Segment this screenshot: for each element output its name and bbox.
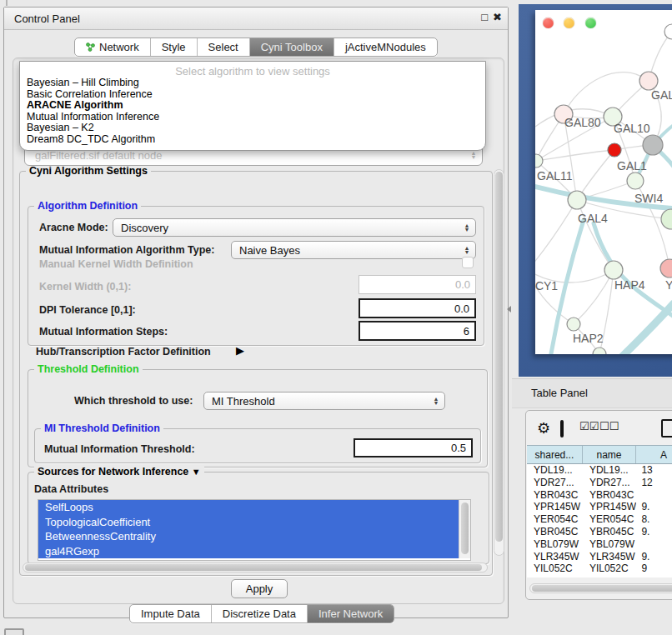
kernel-width-input[interactable]: 0.0: [359, 275, 476, 294]
network-graph[interactable]: GAL7GAL80GAL10GAL1GAL11GAL4SWI4GCY1HAP4Y…: [535, 10, 672, 354]
tab-jactivemnodules[interactable]: jActiveMNodules: [334, 38, 437, 56]
settings-vertical-scrollbar[interactable]: [494, 169, 504, 556]
node-label: GAL10: [614, 122, 650, 135]
float-window-icon[interactable]: □: [481, 11, 488, 23]
network-node-hap2[interactable]: [567, 318, 580, 331]
which-threshold-combobox[interactable]: MI Threshold ▲▼: [203, 392, 445, 410]
tab-style[interactable]: Style: [151, 38, 198, 56]
mi-algorithm-type-label: Mutual Information Algorithm Type:: [39, 244, 214, 256]
network-node[interactable]: [643, 135, 663, 155]
aracne-mode-combobox[interactable]: Discovery ▲▼: [113, 218, 476, 237]
tab-select[interactable]: Select: [198, 38, 250, 56]
table-row[interactable]: YBL079WYBL079W: [527, 538, 672, 551]
settings-gear-icon[interactable]: ⚙: [537, 419, 550, 437]
table-row[interactable]: YPR145WYPR145W9.: [527, 501, 672, 513]
control-panel-window: Control Panel □ ✖ NetworkStyleSelectCyni…: [3, 7, 509, 618]
top-edge-mark: [6, 0, 8, 6]
column-header[interactable]: A: [636, 446, 672, 463]
combo-arrows-icon: ▲▼: [464, 246, 470, 254]
tab-cyni-toolbox[interactable]: Cyni Toolbox: [250, 38, 334, 56]
manual-kernel-width-checkbox[interactable]: [462, 257, 474, 268]
network-node-hap4[interactable]: [604, 261, 623, 279]
sources-title-text: Sources for Network Inference: [38, 466, 188, 478]
table-options-icon[interactable]: [661, 419, 672, 438]
network-view-window[interactable]: GAL7GAL80GAL10GAL1GAL11GAL4SWI4GCY1HAP4Y…: [519, 4, 672, 377]
combo-arrows-icon: ▲▼: [433, 397, 439, 405]
table-row[interactable]: YLR345WYLR345W9.: [527, 551, 672, 563]
network-node-gal4[interactable]: [568, 191, 586, 209]
kernel-width-value: 0.0: [455, 278, 470, 291]
dpi-tolerance-value: 0.0: [454, 302, 469, 315]
threshold-definition-title: Threshold Definition: [34, 363, 143, 375]
attribute-list-item[interactable]: BetweennessCentrality: [38, 529, 465, 544]
dropdown-item[interactable]: Mutual Information Inference: [20, 112, 485, 123]
table-cell: YER054C: [527, 513, 583, 526]
mi-algorithm-type-combobox[interactable]: Naive Bayes ▲▼: [231, 241, 476, 259]
network-node[interactable]: [593, 348, 606, 354]
node-label: GAL80: [564, 116, 601, 129]
table-row[interactable]: YDL19...YDL19...13: [527, 464, 672, 477]
network-node-ybr0[interactable]: [660, 259, 672, 278]
sources-title[interactable]: Sources for Network Inference ▼: [34, 466, 204, 478]
column-header[interactable]: shared...: [527, 446, 583, 463]
tab-impute-data[interactable]: Impute Data: [130, 605, 212, 622]
table-cell: 9.: [636, 501, 672, 513]
network-node-gal1[interactable]: [627, 172, 644, 189]
dropdown-item[interactable]: Basic Correlation Inference: [20, 89, 485, 101]
table-row[interactable]: YER054CYER054C8.: [527, 513, 672, 526]
apply-button-label: Apply: [246, 582, 273, 595]
network-node[interactable]: [608, 143, 621, 157]
deselect-all-checkboxes-icon[interactable]: ☐☐: [599, 420, 619, 432]
network-node[interactable]: [664, 24, 672, 39]
algorithm-dropdown-items: Bayesian – Hill ClimbingBasic Correlatio…: [20, 78, 485, 146]
table-cell: [636, 489, 672, 502]
dropdown-item[interactable]: Bayesian – K2: [20, 122, 485, 134]
table-cell: [636, 538, 672, 551]
control-panel-titlebar[interactable]: Control Panel □ ✖: [4, 8, 508, 30]
data-attributes-list: SelfLoopsTopologicalCoefficientBetweenne…: [38, 499, 471, 561]
table-row[interactable]: YBR043CYBR043C: [527, 489, 672, 502]
attribute-list-item[interactable]: TopologicalCoefficient: [38, 515, 465, 530]
apply-button[interactable]: Apply: [231, 579, 288, 598]
node-label: GCY1: [535, 279, 558, 292]
table-cell: 9.: [636, 526, 672, 538]
attribute-list-item[interactable]: gal4RGexp: [38, 544, 465, 559]
node-label: SWI4: [634, 192, 663, 205]
attributes-vertical-scrollbar[interactable]: [459, 500, 470, 558]
select-all-checkboxes-icon[interactable]: ☑☑: [579, 420, 599, 432]
mi-steps-input[interactable]: 6: [359, 321, 476, 341]
data-attributes-label: Data Attributes: [34, 483, 108, 495]
mi-threshold-input[interactable]: 0.5: [354, 438, 473, 458]
grip-button[interactable]: [4, 628, 24, 635]
close-panel-icon[interactable]: ✖: [493, 11, 502, 23]
algorithm-dropdown-list: Select algorithm to view settings Bayesi…: [19, 61, 486, 151]
cyni-algorithm-settings-title: Cyni Algorithm Settings: [26, 165, 151, 177]
hub-definition-label[interactable]: Hub/Transcription Factor Definition: [36, 346, 211, 358]
table-horizontal-scrollbar[interactable]: [529, 583, 672, 593]
network-edge[interactable]: [536, 150, 614, 161]
panel-splitter-handle[interactable]: [507, 306, 511, 312]
dpi-tolerance-input[interactable]: 0.0: [359, 298, 476, 318]
mi-threshold-value: 0.5: [451, 442, 466, 454]
table-row[interactable]: YDR27...YDR27...12: [527, 477, 672, 489]
tab-discretize-data[interactable]: Discretize Data: [212, 605, 308, 622]
dropdown-item[interactable]: Bayesian – Hill Climbing: [20, 78, 485, 89]
column-header[interactable]: name: [583, 446, 636, 463]
dropdown-item[interactable]: Dream8 DC_TDC Algorithm: [20, 134, 485, 146]
network-node-swi4[interactable]: [661, 209, 672, 229]
network-node-gal7[interactable]: [639, 72, 658, 90]
attribute-list-item[interactable]: SelfLoops: [38, 500, 465, 515]
table-row[interactable]: YBR045CYBR045C9.: [527, 526, 672, 538]
table-cell: YBL079W: [583, 538, 636, 551]
expander-right-icon[interactable]: ▶: [236, 344, 244, 357]
tab-infer-network[interactable]: Infer Network: [308, 605, 394, 622]
table-row[interactable]: YIL052CYIL052C9: [527, 562, 672, 575]
tab-network[interactable]: Network: [75, 38, 151, 56]
settings-horizontal-scrollbar[interactable]: [23, 562, 488, 572]
dropdown-item[interactable]: ARACNE Algorithm: [20, 100, 485, 112]
tab-label: Select: [208, 41, 238, 53]
split-columns-icon[interactable]: [560, 420, 564, 438]
tab-label: Infer Network: [318, 608, 383, 620]
collapse-down-icon[interactable]: ▼: [192, 467, 201, 477]
tab-label: Impute Data: [141, 608, 200, 620]
